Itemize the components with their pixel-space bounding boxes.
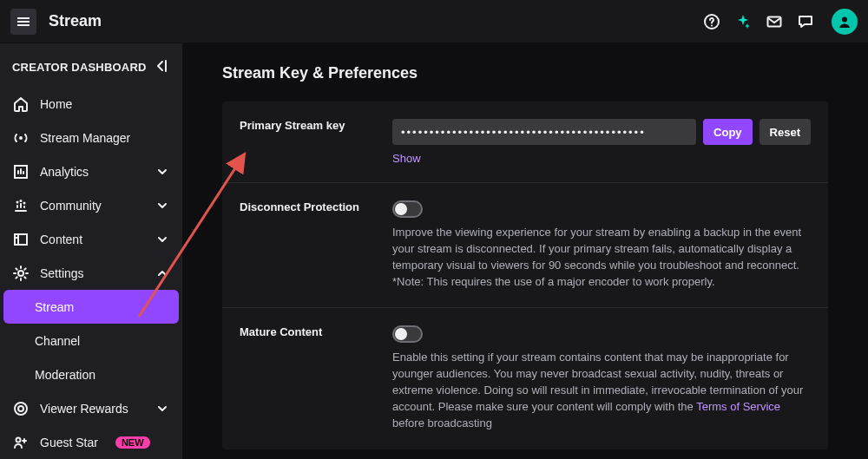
whispers-button[interactable] bbox=[797, 13, 814, 30]
preferences-card: Primary Stream key Copy Reset Show Disco… bbox=[222, 102, 828, 449]
svg-point-13 bbox=[16, 437, 21, 442]
sidebar-item-label: Community bbox=[40, 199, 102, 213]
disconnect-label: Disconnect Protection bbox=[240, 200, 392, 290]
sidebar-item-guest-star[interactable]: Guest Star NEW bbox=[0, 425, 182, 459]
hamburger-menu-button[interactable] bbox=[10, 9, 36, 35]
sidebar-item-label: Stream Manager bbox=[40, 131, 130, 145]
guest-star-icon bbox=[12, 434, 30, 451]
disconnect-description: Improve the viewing experience for your … bbox=[392, 225, 811, 290]
content-icon bbox=[12, 231, 30, 248]
sidebar-sub-channel[interactable]: Channel bbox=[0, 324, 182, 357]
sidebar-item-label: Guest Star bbox=[40, 436, 98, 449]
sidebar-sub-stream[interactable]: Stream bbox=[3, 290, 179, 324]
svg-point-8 bbox=[23, 202, 26, 205]
svg-point-7 bbox=[20, 200, 23, 202]
row-primary-stream-key: Primary Stream key Copy Reset Show bbox=[222, 102, 828, 183]
stream-key-input[interactable] bbox=[392, 119, 696, 145]
home-icon bbox=[12, 95, 30, 113]
chevron-down-icon bbox=[155, 232, 170, 247]
primary-key-label: Primary Stream key bbox=[240, 119, 392, 165]
sidebar: CREATOR DASHBOARD Home Stream Manager An… bbox=[0, 43, 182, 459]
chevron-down-icon bbox=[155, 198, 170, 213]
collapse-icon bbox=[153, 57, 170, 75]
chevron-down-icon bbox=[155, 164, 170, 180]
topbar-title: Stream bbox=[49, 12, 102, 30]
sidebar-item-label: Content bbox=[40, 233, 82, 246]
sidebar-item-label: Moderation bbox=[35, 368, 95, 382]
sidebar-item-label: Analytics bbox=[40, 165, 89, 179]
row-disconnect-protection: Disconnect Protection Improve the viewin… bbox=[222, 183, 828, 308]
mature-toggle[interactable] bbox=[392, 325, 423, 343]
hamburger-icon bbox=[16, 14, 31, 30]
svg-rect-9 bbox=[15, 234, 27, 245]
help-button[interactable] bbox=[703, 13, 720, 30]
copy-button[interactable]: Copy bbox=[703, 119, 753, 145]
mature-label: Mature Content bbox=[240, 325, 392, 431]
topbar-actions bbox=[703, 9, 858, 35]
sparkle-button[interactable] bbox=[734, 13, 752, 30]
analytics-icon bbox=[12, 163, 30, 180]
avatar[interactable] bbox=[832, 9, 858, 35]
svg-point-1 bbox=[711, 24, 713, 26]
reset-button[interactable]: Reset bbox=[760, 119, 811, 145]
sidebar-item-viewer-rewards[interactable]: Viewer Rewards bbox=[0, 391, 182, 425]
row-mature-content: Mature Content Enable this setting if yo… bbox=[222, 308, 828, 449]
sidebar-item-stream-manager[interactable]: Stream Manager bbox=[0, 121, 182, 155]
broadcast-icon bbox=[12, 129, 30, 147]
sidebar-item-community[interactable]: Community bbox=[0, 189, 182, 223]
chevron-up-icon bbox=[155, 266, 170, 281]
mail-icon bbox=[766, 13, 783, 30]
svg-point-11 bbox=[15, 403, 27, 415]
gear-icon bbox=[12, 265, 30, 282]
sidebar-item-settings[interactable]: Settings bbox=[0, 257, 182, 291]
chat-bubble-icon bbox=[797, 13, 814, 30]
disconnect-toggle[interactable] bbox=[392, 200, 423, 218]
sidebar-item-label: Home bbox=[40, 97, 72, 111]
sidebar-item-label: Settings bbox=[40, 266, 84, 280]
sidebar-sub-moderation[interactable]: Moderation bbox=[0, 357, 182, 391]
page-title: Stream Key & Preferences bbox=[222, 64, 828, 82]
topbar: Stream bbox=[0, 0, 868, 43]
new-badge: NEW bbox=[115, 436, 150, 449]
community-icon bbox=[12, 197, 30, 214]
chevron-down-icon bbox=[155, 401, 170, 416]
sidebar-item-label: Viewer Rewards bbox=[40, 402, 128, 416]
rewards-icon bbox=[12, 400, 30, 417]
sidebar-item-label: Channel bbox=[35, 334, 80, 348]
svg-point-3 bbox=[842, 16, 847, 22]
collapse-sidebar-button[interactable] bbox=[153, 57, 170, 77]
terms-of-service-link[interactable]: Terms of Service bbox=[696, 400, 780, 413]
user-icon bbox=[837, 14, 852, 30]
sidebar-item-home[interactable]: Home bbox=[0, 88, 182, 121]
inbox-button[interactable] bbox=[766, 13, 783, 30]
help-icon bbox=[703, 13, 720, 30]
sidebar-item-label: Stream bbox=[35, 300, 74, 314]
svg-point-10 bbox=[18, 271, 23, 276]
sidebar-item-content[interactable]: Content bbox=[0, 223, 182, 257]
svg-point-12 bbox=[18, 406, 23, 411]
svg-point-6 bbox=[16, 201, 19, 204]
sidebar-heading: CREATOR DASHBOARD bbox=[12, 61, 147, 74]
svg-point-4 bbox=[19, 136, 23, 140]
sidebar-heading-row: CREATOR DASHBOARD bbox=[0, 50, 182, 88]
main: Stream Key & Preferences Primary Stream … bbox=[182, 43, 868, 459]
show-link[interactable]: Show bbox=[392, 152, 421, 165]
mature-description: Enable this setting if your stream conta… bbox=[392, 350, 811, 431]
sparkle-icon bbox=[734, 13, 752, 30]
sidebar-item-analytics[interactable]: Analytics bbox=[0, 155, 182, 189]
